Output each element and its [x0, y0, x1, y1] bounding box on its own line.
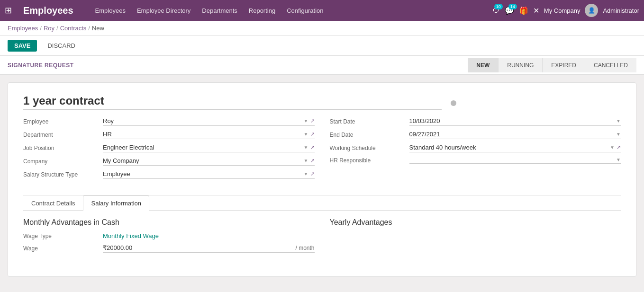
- start-date-value: 10/03/2020: [409, 117, 615, 124]
- form-card: 1 year contract Employee Roy ▼ ↗ Departm: [8, 82, 636, 277]
- breadcrumb-roy[interactable]: Roy: [44, 25, 54, 32]
- department-value-area: HR ▼ ↗: [103, 131, 315, 139]
- employee-arrow[interactable]: ▼: [304, 118, 308, 124]
- end-date-label: End Date: [330, 132, 406, 138]
- action-bar: SAVE DISCARD: [0, 36, 644, 56]
- form-row-working-schedule: Working Schedule Standard 40 hours/week …: [330, 144, 621, 152]
- nav-employee-directory[interactable]: Employee Directory: [132, 4, 195, 17]
- job-position-label: Job Position: [23, 145, 99, 151]
- status-expired[interactable]: EXPIRED: [542, 58, 585, 72]
- company-value-area: My Company ▼ ↗: [103, 157, 315, 166]
- wage-type-row: Wage Type Monthly Fixed Wage: [23, 232, 315, 239]
- hr-responsible-label: HR Responsible: [330, 157, 406, 164]
- company-arrow[interactable]: ▼: [304, 158, 308, 163]
- nav-departments[interactable]: Departments: [197, 4, 242, 17]
- breadcrumb-contracts[interactable]: Contracts: [60, 25, 87, 32]
- form-grid: Employee Roy ▼ ↗ Department HR ▼ ↗: [23, 117, 621, 184]
- admin-name: Administrator: [603, 7, 639, 14]
- working-schedule-value: Standard 40 hours/week: [409, 144, 608, 151]
- salary-structure-type-ext-link[interactable]: ↗: [310, 171, 315, 177]
- wage-type-label: Wage Type: [23, 233, 99, 239]
- form-row-hr-responsible: HR Responsible ▼: [330, 157, 621, 164]
- wage-input[interactable]: ₹20000.00: [103, 244, 293, 251]
- department-ext-link[interactable]: ↗: [310, 131, 315, 137]
- app-grid-icon[interactable]: ⊞: [5, 5, 12, 16]
- nav-items: Employees Employee Directory Departments…: [91, 4, 483, 17]
- discard-button[interactable]: DISCARD: [41, 40, 82, 52]
- nav-right: ⏱ 10 💬 14 🎁 ✕ My Company 👤 Administrator: [492, 4, 639, 17]
- salary-structure-type-arrow[interactable]: ▼: [304, 171, 308, 177]
- job-position-ext-link[interactable]: ↗: [310, 144, 315, 150]
- breadcrumb-employees[interactable]: Employees: [8, 25, 38, 32]
- nav-reporting[interactable]: Reporting: [244, 4, 280, 17]
- department-arrow[interactable]: ▼: [304, 132, 308, 137]
- employee-ext-link[interactable]: ↗: [310, 118, 315, 124]
- end-date-arrow[interactable]: ▼: [616, 132, 621, 137]
- tab-contract-details[interactable]: Contract Details: [23, 195, 83, 211]
- breadcrumb-current: New: [92, 25, 104, 32]
- working-schedule-arrow[interactable]: ▼: [610, 145, 615, 150]
- status-buttons: NEW RUNNING EXPIRED CANCELLED: [468, 58, 636, 72]
- clock-icon[interactable]: ⏱ 10: [492, 6, 500, 15]
- app-title: Employees: [23, 5, 73, 16]
- form-row-company: Company My Company ▼ ↗: [23, 157, 315, 166]
- tabs-area: Contract Details Salary Information Mont…: [23, 195, 621, 265]
- chat-icon[interactable]: 💬 14: [505, 6, 514, 15]
- form-row-department: Department HR ▼ ↗: [23, 131, 315, 139]
- salary-structure-type-value: Employee: [103, 170, 302, 177]
- close-icon[interactable]: ✕: [533, 6, 539, 15]
- save-button[interactable]: SAVE: [8, 40, 37, 52]
- contract-title-input[interactable]: 1 year contract: [23, 94, 442, 110]
- gift-icon[interactable]: 🎁: [519, 6, 528, 15]
- company-name: My Company: [544, 7, 581, 14]
- status-cancelled[interactable]: CANCELLED: [585, 58, 636, 72]
- department-label: Department: [23, 132, 99, 138]
- status-running[interactable]: RUNNING: [498, 58, 542, 72]
- yearly-advantages-title: Yearly Advantages: [330, 218, 621, 227]
- job-position-value-area: Engineer Electrical ▼ ↗: [103, 144, 315, 152]
- yearly-advantages-col: Yearly Advantages: [330, 218, 621, 257]
- avatar: 👤: [585, 4, 598, 17]
- job-position-value: Engineer Electrical: [103, 144, 302, 151]
- chat-badge: 14: [508, 4, 517, 9]
- start-date-arrow[interactable]: ▼: [616, 118, 621, 124]
- employee-label: Employee: [23, 118, 99, 125]
- company-label: Company: [23, 158, 99, 165]
- signature-request-label: SIGNATURE REQUEST: [8, 62, 74, 69]
- salary-structure-type-value-area: Employee ▼ ↗: [103, 170, 315, 179]
- salary-content: Monthly Advantages in Cash Wage Type Mon…: [23, 211, 621, 265]
- wage-unit: / month: [295, 245, 314, 251]
- clock-badge: 10: [494, 4, 503, 9]
- form-row-job-position: Job Position Engineer Electrical ▼ ↗: [23, 144, 315, 152]
- form-col-right: Start Date 10/03/2020 ▼ End Date 09/27/2…: [330, 117, 621, 184]
- department-value: HR: [103, 131, 302, 138]
- monthly-advantages-col: Monthly Advantages in Cash Wage Type Mon…: [23, 218, 315, 257]
- wage-label: Wage: [23, 245, 99, 252]
- form-row-employee: Employee Roy ▼ ↗: [23, 117, 315, 126]
- nav-configuration[interactable]: Configuration: [282, 4, 328, 17]
- salary-structure-type-label: Salary Structure Type: [23, 171, 99, 178]
- hr-responsible-arrow[interactable]: ▼: [616, 157, 621, 162]
- employee-value-area: Roy ▼ ↗: [103, 117, 315, 126]
- employee-value: Roy: [103, 117, 302, 124]
- form-row-end-date: End Date 09/27/2021 ▼: [330, 131, 621, 139]
- working-schedule-ext-link[interactable]: ↗: [617, 144, 621, 150]
- nav-employees[interactable]: Employees: [91, 4, 130, 17]
- company-value: My Company: [103, 157, 302, 164]
- company-ext-link[interactable]: ↗: [310, 158, 315, 164]
- wage-type-value: Monthly Fixed Wage: [103, 232, 159, 239]
- end-date-value: 09/27/2021: [409, 131, 615, 138]
- start-date-value-area: 10/03/2020 ▼: [409, 117, 621, 126]
- hr-responsible-value-area: ▼: [409, 157, 621, 164]
- tab-salary-information[interactable]: Salary Information: [83, 195, 149, 211]
- working-schedule-label: Working Schedule: [330, 145, 406, 151]
- start-date-label: Start Date: [330, 118, 406, 125]
- form-col-left: Employee Roy ▼ ↗ Department HR ▼ ↗: [23, 117, 315, 184]
- job-position-arrow[interactable]: ▼: [304, 145, 308, 150]
- status-new[interactable]: NEW: [468, 58, 498, 72]
- status-circle: [451, 100, 456, 106]
- contract-title-area: 1 year contract: [23, 94, 621, 110]
- breadcrumb: Employees / Roy / Contracts / New: [0, 21, 644, 36]
- form-row-salary-structure-type: Salary Structure Type Employee ▼ ↗: [23, 170, 315, 179]
- main-content: 1 year contract Employee Roy ▼ ↗ Departm: [0, 75, 644, 286]
